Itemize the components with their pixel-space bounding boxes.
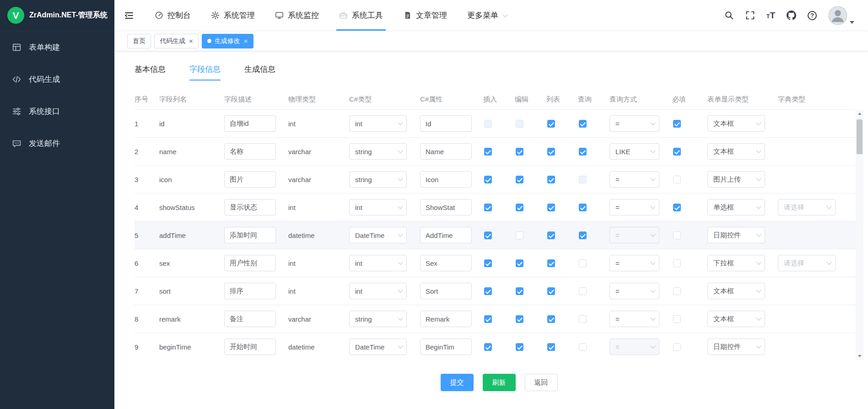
list-checkbox[interactable] xyxy=(547,315,555,323)
nav-item-system-monitor[interactable]: 系统监控 xyxy=(265,0,329,31)
edit-checkbox[interactable] xyxy=(516,176,523,183)
query-checkbox[interactable] xyxy=(579,176,587,183)
query-method-select[interactable]: = xyxy=(609,311,659,327)
insert-checkbox[interactable] xyxy=(484,204,492,211)
column-desc-input[interactable] xyxy=(224,199,276,215)
csharp-type-select[interactable]: string xyxy=(349,143,407,160)
query-method-select[interactable]: LIKE xyxy=(609,143,659,160)
display-type-select[interactable]: 图片上传 xyxy=(707,171,765,188)
edit-checkbox[interactable] xyxy=(516,259,523,267)
avatar[interactable] xyxy=(828,6,847,25)
insert-checkbox[interactable] xyxy=(484,259,492,267)
search-icon[interactable] xyxy=(724,11,734,20)
csharp-type-select[interactable]: string xyxy=(349,171,407,188)
nav-item-article-manage[interactable]: 文章管理 xyxy=(393,0,457,31)
query-method-select[interactable]: = xyxy=(609,115,659,132)
list-checkbox[interactable] xyxy=(547,148,555,156)
csharp-type-select[interactable]: DateTime xyxy=(349,227,407,243)
tab-basic-info[interactable]: 基本信息 xyxy=(135,64,166,81)
column-desc-input[interactable] xyxy=(224,283,276,299)
table-scrollbar[interactable] xyxy=(856,110,863,360)
dict-type-select[interactable]: 请选择 xyxy=(778,255,836,271)
csharp-type-select[interactable]: DateTime xyxy=(349,339,407,355)
insert-checkbox[interactable] xyxy=(484,120,492,128)
submit-button[interactable]: 提交 xyxy=(441,374,474,391)
required-checkbox[interactable] xyxy=(673,204,681,211)
list-checkbox[interactable] xyxy=(547,343,555,351)
csharp-prop-input[interactable] xyxy=(420,255,472,271)
display-type-select[interactable]: 文本框 xyxy=(707,311,765,327)
list-checkbox[interactable] xyxy=(547,120,555,128)
caret-down-icon[interactable] xyxy=(850,21,854,24)
list-checkbox[interactable] xyxy=(547,231,555,239)
edit-checkbox[interactable] xyxy=(516,315,523,323)
required-checkbox[interactable] xyxy=(673,315,681,323)
column-desc-input[interactable] xyxy=(224,311,276,327)
sidebar-item-code-gen[interactable]: 代码生成 xyxy=(0,63,114,95)
refresh-button[interactable]: 刷新 xyxy=(483,374,516,391)
sidebar-collapse-icon[interactable] xyxy=(124,10,135,21)
fullscreen-icon[interactable] xyxy=(745,11,755,20)
insert-checkbox[interactable] xyxy=(484,176,492,183)
close-icon[interactable]: × xyxy=(189,38,193,44)
edit-checkbox[interactable] xyxy=(516,120,523,128)
edit-checkbox[interactable] xyxy=(516,148,523,156)
csharp-type-select[interactable]: int xyxy=(349,115,407,132)
display-type-select[interactable]: 文本框 xyxy=(707,283,765,299)
csharp-type-select[interactable]: int xyxy=(349,199,407,215)
csharp-prop-input[interactable] xyxy=(420,171,472,188)
query-checkbox[interactable] xyxy=(579,204,587,211)
display-type-select[interactable]: 日期控件 xyxy=(707,227,765,243)
help-icon[interactable]: ? xyxy=(808,11,817,20)
csharp-prop-input[interactable] xyxy=(420,143,472,160)
query-checkbox[interactable] xyxy=(579,259,587,267)
scrollbar-thumb[interactable] xyxy=(857,119,863,154)
column-desc-input[interactable] xyxy=(224,255,276,271)
edit-checkbox[interactable] xyxy=(516,231,523,239)
required-checkbox[interactable] xyxy=(673,148,681,156)
edit-checkbox[interactable] xyxy=(516,204,523,211)
required-checkbox[interactable] xyxy=(673,287,681,295)
column-desc-input[interactable] xyxy=(224,339,276,355)
scroll-down-button[interactable] xyxy=(856,352,863,360)
sidebar-item-system-api[interactable]: 系统接口 xyxy=(0,95,114,127)
scroll-up-button[interactable] xyxy=(856,110,863,118)
csharp-type-select[interactable]: int xyxy=(349,283,407,299)
csharp-prop-input[interactable] xyxy=(420,199,472,215)
query-method-select[interactable]: = xyxy=(609,283,659,299)
list-checkbox[interactable] xyxy=(547,259,555,267)
display-type-select[interactable]: 文本框 xyxy=(707,115,765,132)
sidebar-item-form-build[interactable]: 表单构建 xyxy=(0,31,114,63)
display-type-select[interactable]: 文本框 xyxy=(707,143,765,160)
dict-type-select[interactable]: 请选择 xyxy=(778,199,836,215)
csharp-type-select[interactable]: int xyxy=(349,255,407,271)
csharp-prop-input[interactable] xyxy=(420,115,472,132)
edit-checkbox[interactable] xyxy=(516,343,523,351)
column-desc-input[interactable] xyxy=(224,143,276,160)
nav-item-system-manage[interactable]: 系统管理 xyxy=(201,0,265,31)
insert-checkbox[interactable] xyxy=(484,231,492,239)
tag-home[interactable]: 首页 xyxy=(127,34,151,48)
required-checkbox[interactable] xyxy=(673,231,681,239)
required-checkbox[interactable] xyxy=(673,259,681,267)
csharp-type-select[interactable]: string xyxy=(349,311,407,327)
query-method-select[interactable]: = xyxy=(609,227,659,243)
column-desc-input[interactable] xyxy=(224,115,276,132)
nav-item-more-menu[interactable]: 更多菜单 xyxy=(457,0,517,31)
list-checkbox[interactable] xyxy=(547,287,555,295)
insert-checkbox[interactable] xyxy=(484,148,492,156)
back-button[interactable]: 返回 xyxy=(525,374,558,391)
query-checkbox[interactable] xyxy=(579,287,587,295)
query-checkbox[interactable] xyxy=(579,148,587,156)
query-method-select[interactable]: = xyxy=(609,339,659,355)
csharp-prop-input[interactable] xyxy=(420,311,472,327)
query-checkbox[interactable] xyxy=(579,120,587,128)
column-desc-input[interactable] xyxy=(224,171,276,188)
display-type-select[interactable]: 日期控件 xyxy=(707,339,765,355)
tab-gen-info[interactable]: 生成信息 xyxy=(244,64,275,81)
font-size-icon[interactable]: TT xyxy=(766,11,775,20)
query-method-select[interactable]: = xyxy=(609,199,659,215)
insert-checkbox[interactable] xyxy=(484,315,492,323)
csharp-prop-input[interactable] xyxy=(420,227,472,243)
insert-checkbox[interactable] xyxy=(484,343,492,351)
